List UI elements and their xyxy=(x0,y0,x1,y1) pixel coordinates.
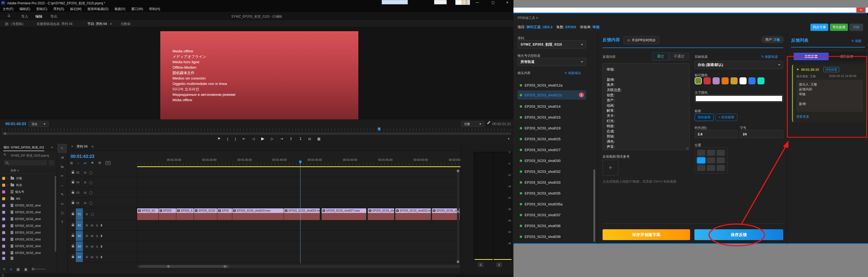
scrollbar-handle[interactable] xyxy=(224,265,226,268)
project-row-folder[interactable]: ›分镜 xyxy=(2,175,54,181)
duration-input[interactable]: 2.6 xyxy=(695,130,738,138)
swatch-red[interactable] xyxy=(704,77,711,84)
label-color-swatch[interactable] xyxy=(2,211,5,214)
shot-item[interactable]: EP203_SC03_shot032 xyxy=(518,167,586,176)
sync-lock-icon[interactable]: ⊟ xyxy=(84,181,86,184)
solo-button[interactable]: S xyxy=(96,234,98,238)
captions-icon[interactable]: CC xyxy=(105,161,111,165)
nested-sequence-icon[interactable]: ⊞ xyxy=(70,161,73,165)
shot-list-scrollbar[interactable] xyxy=(593,169,595,242)
timeline-clip[interactable]: fxEP203_SC03_shot0 xyxy=(432,208,460,220)
add-tag-button[interactable]: + 添加标签 xyxy=(716,114,737,121)
panel-menu-icon[interactable]: ≡ xyxy=(110,22,112,26)
solo-button[interactable]: S xyxy=(96,224,98,227)
label-color-swatch[interactable] xyxy=(2,251,5,254)
position-cell[interactable] xyxy=(717,165,725,171)
pass-toggle[interactable]: 通过 xyxy=(652,53,669,61)
mark-out-icon[interactable]: } xyxy=(235,137,236,141)
text-color-input[interactable] xyxy=(695,95,783,102)
track-output-icon[interactable]: ◯ xyxy=(89,201,92,205)
mute-button[interactable]: M xyxy=(91,255,93,259)
swatch-blue[interactable] xyxy=(748,77,755,84)
timeline-clip[interactable]: fxEP203_SC03_sho xyxy=(368,208,395,220)
timeline-timecode[interactable]: 00:01:43:23 xyxy=(71,154,94,159)
refresh-shots-link[interactable]: ↻ 刷新镜头 xyxy=(564,71,581,75)
selection-tool[interactable]: ↖ xyxy=(57,144,67,153)
work-area-bar[interactable] xyxy=(137,166,461,167)
project-row-clip[interactable]: ?EP203_SC02_shot xyxy=(2,222,54,229)
track-target-a3[interactable]: A3 xyxy=(76,241,83,251)
sync-lock-icon[interactable]: ⊟ xyxy=(86,234,88,238)
sync-lock-icon[interactable]: ⊟ xyxy=(86,212,88,216)
track-lock-icon[interactable] xyxy=(72,181,74,183)
track-lock-icon[interactable] xyxy=(72,235,74,237)
project-row-clip-partial[interactable]: ? xyxy=(2,256,54,260)
track-target-a1[interactable]: A1 xyxy=(76,220,83,230)
track-output-icon[interactable]: ◯ xyxy=(89,191,92,195)
program-timecode[interactable]: 00:01:43:23 xyxy=(5,122,26,126)
timeline-ruler[interactable]: 00:01:25:00 00:01:30:00 00:01:35:00 00:0… xyxy=(137,151,461,167)
track-lock-icon[interactable] xyxy=(72,245,74,247)
search-in-button[interactable] xyxy=(49,160,54,166)
project-row-folder[interactable]: ›AN xyxy=(2,195,54,202)
project-row-clip[interactable]: ?EP203_SC02_shot xyxy=(2,209,54,215)
sync-lock-icon[interactable]: ⊟ xyxy=(84,171,86,174)
timeline-clip[interactable]: fxEP203_SC03_shot019.mov xyxy=(232,208,284,220)
restore-button[interactable]: ▢ xyxy=(489,1,497,4)
position-cell[interactable] xyxy=(697,150,705,156)
sync-subtitle-button[interactable]: 同步字幕 xyxy=(810,24,828,31)
track-lock-icon[interactable] xyxy=(72,192,74,194)
mark-in-icon[interactable]: { xyxy=(227,137,228,141)
shot-item[interactable]: EP203_SC03_shot039 xyxy=(518,232,586,241)
label-color-swatch[interactable] xyxy=(2,224,5,227)
label-color-swatch[interactable] xyxy=(2,184,5,187)
slip-tool[interactable]: ↔ xyxy=(57,181,67,190)
panel-overflow-icon[interactable]: » xyxy=(51,145,53,149)
project-row-clip[interactable]: ?EP203_SC02_shot xyxy=(2,229,54,236)
label-color-swatch[interactable] xyxy=(2,238,5,241)
freeform-view-icon[interactable]: ▣ xyxy=(24,267,27,271)
shot-item[interactable]: EP203_SC03_shot030 xyxy=(518,156,586,165)
track-output-icon[interactable]: ◯ xyxy=(91,212,94,216)
search-input[interactable] xyxy=(4,160,47,166)
swatch-gold[interactable] xyxy=(731,77,738,84)
shot-item[interactable]: EP203_SC03_shot025 xyxy=(518,134,586,143)
swatch-white[interactable] xyxy=(740,77,747,84)
expand-chevron-icon[interactable]: › xyxy=(7,177,10,180)
position-cell[interactable] xyxy=(707,165,715,171)
shot-item[interactable]: EP203_SC03_shot035a xyxy=(518,199,586,209)
label-color-swatch[interactable] xyxy=(2,177,5,180)
go-to-in-icon[interactable]: ⇤ xyxy=(243,137,246,141)
timeline-playhead[interactable] xyxy=(300,163,301,263)
tab-project[interactable]: 项目: SYWZ_EP203_初渲_011 xyxy=(3,145,44,151)
menu-sequence[interactable]: 序列(S) xyxy=(53,7,64,11)
add-marker-icon[interactable]: ⚑ xyxy=(217,137,221,141)
track-lock-icon[interactable] xyxy=(72,213,74,215)
textarea-resize-handle[interactable] xyxy=(686,147,689,150)
mic-icon[interactable] xyxy=(101,235,102,237)
timeline-clip[interactable]: fxEP203_SC xyxy=(137,208,159,220)
target-track-select[interactable]: 自动 (新建/默认) xyxy=(695,61,783,69)
program-scrollbar[interactable] xyxy=(2,132,511,135)
sync-lock-icon[interactable]: ⊟ xyxy=(84,191,86,195)
scrollbar-handle[interactable] xyxy=(457,261,459,263)
save-and-create-subtitle-button[interactable]: 保存并创建字幕 xyxy=(602,229,690,240)
shot-item[interactable]: EP203_SC03_shot033 xyxy=(518,178,586,187)
project-row-sequence[interactable]: ▦镜头号 xyxy=(2,188,54,195)
export-feedback-button[interactable]: 导出反馈 xyxy=(830,24,848,31)
label-color-swatch[interactable] xyxy=(2,231,5,234)
menu-markers[interactable]: 标记(M) xyxy=(70,7,82,11)
wrench-icon[interactable] xyxy=(487,121,491,125)
step-forward-icon[interactable]: ▷ xyxy=(271,137,274,141)
close-button[interactable]: × xyxy=(503,0,511,5)
menu-edit[interactable]: 编辑(E) xyxy=(19,7,30,11)
label-color-swatch[interactable] xyxy=(2,191,5,194)
feedback-card[interactable]: ⚑ 00:01:26:10 绿色标签 最后修改: 王敏 2026-03-11 1… xyxy=(792,65,866,122)
mic-icon[interactable] xyxy=(101,245,102,248)
timeline-clip[interactable]: fxEP20 xyxy=(217,208,232,220)
shot-item[interactable]: EP203_SC03_shot012a xyxy=(518,80,586,90)
switch-button[interactable]: 切换 xyxy=(849,24,863,31)
label-color-swatch[interactable] xyxy=(2,217,5,220)
shot-item[interactable]: EP203_SC03_shot015 xyxy=(518,113,586,122)
project-row-clip[interactable]: ?EP203_SC02_shot xyxy=(2,236,54,243)
